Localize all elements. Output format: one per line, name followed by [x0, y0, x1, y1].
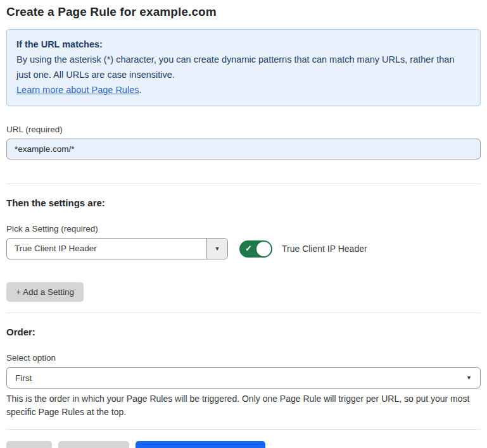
url-input[interactable] — [6, 139, 481, 159]
section-divider — [6, 313, 481, 313]
footer-actions: Cancel Save as Draft Save and Deploy Pag… — [6, 441, 481, 448]
url-field-label: URL (required) — [6, 125, 481, 134]
save-deploy-button[interactable]: Save and Deploy Page Rule — [136, 441, 266, 448]
info-box-body: By using the asterisk (*) character, you… — [16, 52, 471, 82]
section-divider — [6, 184, 481, 184]
select-option-label: Select option — [6, 353, 481, 363]
link-suffix: . — [139, 85, 141, 95]
order-select-value: First — [15, 373, 32, 383]
page-title: Create a Page Rule for example.com — [6, 4, 481, 20]
toggle-label: True Client IP Header — [282, 244, 367, 254]
setting-row: True Client IP Header ▼ ✓ True Client IP… — [6, 238, 481, 259]
check-icon: ✓ — [245, 244, 252, 253]
add-setting-button[interactable]: + Add a Setting — [6, 282, 84, 302]
page-rule-form: Create a Page Rule for example.com If th… — [0, 0, 487, 448]
chevron-down-icon: ▼ — [215, 246, 220, 252]
save-draft-button[interactable]: Save as Draft — [58, 441, 129, 448]
chevron-down-icon: ▼ — [466, 375, 472, 381]
info-box-heading: If the URL matches: — [16, 37, 471, 52]
url-match-info-box: If the URL matches: By using the asteris… — [6, 29, 481, 106]
pick-setting-label: Pick a Setting (required) — [6, 224, 481, 233]
order-select[interactable]: First ▼ — [6, 367, 481, 389]
learn-more-link[interactable]: Learn more about Page Rules — [16, 85, 139, 95]
toggle-knob — [256, 242, 271, 256]
setting-dropdown-arrow-button[interactable]: ▼ — [206, 239, 227, 259]
cancel-button[interactable]: Cancel — [6, 441, 52, 448]
setting-dropdown[interactable]: True Client IP Header ▼ — [6, 238, 228, 259]
setting-dropdown-value: True Client IP Header — [7, 239, 206, 259]
footer-divider — [6, 429, 481, 430]
settings-section-heading: Then the settings are: — [6, 197, 481, 208]
order-help-text: This is the order in which your Page Rul… — [6, 392, 481, 419]
info-box-link-line: Learn more about Page Rules. — [16, 82, 471, 97]
true-client-ip-toggle[interactable]: ✓ — [239, 240, 272, 258]
order-section-heading: Order: — [6, 327, 481, 337]
